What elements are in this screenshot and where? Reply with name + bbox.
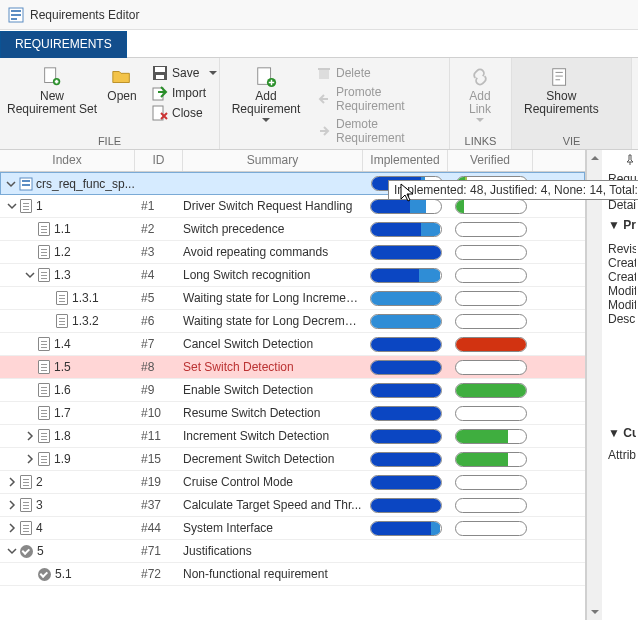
document-icon [20,521,32,535]
twisty-icon[interactable] [24,269,36,281]
check-icon [20,545,33,558]
row-id: #11 [135,429,183,443]
scroll-down-button[interactable] [587,604,602,620]
twisty-icon[interactable] [24,430,36,442]
add-requirement-icon [255,66,277,88]
implemented-bar [370,521,442,536]
verified-bar [455,314,527,329]
svg-rect-3 [11,18,17,20]
row-summary: Long Switch recognition [183,268,363,282]
verified-bar [455,337,527,352]
row-id: #4 [135,268,183,282]
save-button[interactable]: Save [150,64,219,82]
svg-rect-9 [153,88,163,100]
table-row[interactable]: 1.4#7Cancel Switch Detection [0,333,585,356]
row-id: #6 [135,314,183,328]
close-button[interactable]: Close [150,104,219,122]
grid-rows: crs_req_func_sp... 1#1Driver Switch Requ… [0,172,585,586]
row-index: 1.3.2 [72,314,99,328]
row-index: 2 [36,475,43,489]
table-row[interactable]: 1.3#4Long Switch recognition [0,264,585,287]
table-row[interactable]: 3#37Calculate Target Speed and Thr... [0,494,585,517]
verified-bar [455,406,527,421]
tab-requirements[interactable]: REQUIREMENTS [0,31,127,58]
twisty-icon [24,246,36,258]
check-icon [38,568,51,581]
twisty-icon[interactable] [6,545,18,557]
row-index: 1.6 [54,383,71,397]
document-icon [56,291,68,305]
svg-rect-18 [22,184,30,186]
row-id: #15 [135,452,183,466]
header-index[interactable]: Index [0,150,135,171]
grid-header: Index ID Summary Implemented Verified [0,150,585,172]
demote-requirement-button: Demote Requirement [314,116,439,146]
table-row[interactable]: 1.2#3Avoid repeating commands [0,241,585,264]
row-index: 1.2 [54,245,71,259]
table-row[interactable]: 1.3.1#5Waiting state for Long Increment.… [0,287,585,310]
add-requirement-button[interactable]: Add Requirement [226,62,306,127]
group-label-links: LINKS [456,133,505,147]
row-index: 3 [36,498,43,512]
table-row[interactable]: 5#71Justifications [0,540,585,563]
import-button[interactable]: Import [150,84,219,102]
add-requirement-label: Add Requirement [232,90,301,116]
add-link-label: Add Link [469,90,491,116]
implemented-bar [370,199,442,214]
side-revision: Revisio [608,242,636,256]
table-row[interactable]: 5.1#72Non-functional requirement [0,563,585,586]
verified-bar [455,383,527,398]
main-area: Index ID Summary Implemented Verified cr… [0,150,638,620]
table-row[interactable]: 1.6#9Enable Switch Detection [0,379,585,402]
table-row[interactable]: 1.7#10Resume Switch Detection [0,402,585,425]
twisty-icon[interactable] [6,522,18,534]
table-row[interactable]: 1.5#8Set Switch Detection [0,356,585,379]
twisty-icon [24,568,36,580]
implemented-bar [370,337,442,352]
scroll-up-button[interactable] [587,150,602,166]
show-requirements-button[interactable]: Show Requirements [518,62,605,120]
twisty-icon[interactable] [6,499,18,511]
svg-rect-14 [318,68,330,70]
header-id[interactable]: ID [135,150,183,171]
expand-all-twisty[interactable] [5,178,17,190]
new-requirement-set-button[interactable]: New Requirement Set [6,62,98,120]
row-summary: Calculate Target Speed and Thr... [183,498,363,512]
verified-bar [455,291,527,306]
header-verified[interactable]: Verified [448,150,533,171]
side-custom-header[interactable]: ▼ Cus [608,426,636,440]
app-icon [8,7,24,23]
table-row[interactable]: 1.3.2#6Waiting state for Long Decrement.… [0,310,585,333]
twisty-icon[interactable] [6,200,18,212]
open-button[interactable]: Open [102,62,142,107]
verified-bar [455,521,527,536]
table-row[interactable]: 1.9#15Decrement Switch Detection [0,448,585,471]
row-id: #19 [135,475,183,489]
table-row[interactable]: 1.8#11Increment Switch Detection [0,425,585,448]
table-row[interactable]: 1.1#2Switch precedence [0,218,585,241]
pin-icon[interactable] [624,154,636,166]
verified-bar [455,268,527,283]
row-summary: Decrement Switch Detection [183,452,363,466]
header-implemented[interactable]: Implemented [363,150,448,171]
demote-label: Demote Requirement [336,117,437,145]
verified-bar [455,199,527,214]
document-icon [56,314,68,328]
vertical-scrollbar[interactable] [586,150,602,620]
twisty-icon [42,315,54,327]
side-properties-header[interactable]: ▼ Prop [608,218,636,232]
row-id: #3 [135,245,183,259]
twisty-icon[interactable] [6,476,18,488]
header-summary[interactable]: Summary [183,150,363,171]
delete-icon [316,65,332,81]
side-modifiedon: Modifie [608,298,636,312]
implemented-bar [370,222,442,237]
row-id: #44 [135,521,183,535]
implemented-bar [370,452,442,467]
table-row[interactable]: 4#44System Interface [0,517,585,540]
svg-rect-17 [22,180,30,182]
side-details[interactable]: Details [608,198,636,212]
table-row[interactable]: 2#19Cruise Control Mode [0,471,585,494]
document-icon [38,268,50,282]
twisty-icon[interactable] [24,453,36,465]
